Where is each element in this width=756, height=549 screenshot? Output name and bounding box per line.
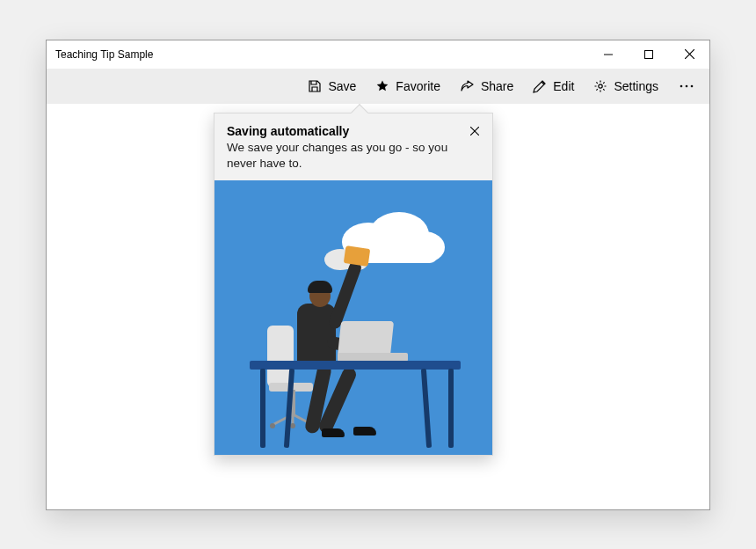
svg-point-1 (599, 84, 602, 87)
titlebar: Teaching Tip Sample (47, 40, 709, 69)
desk (250, 361, 461, 370)
more-button[interactable] (669, 79, 704, 93)
share-icon (460, 79, 475, 93)
teaching-tip-close-button[interactable] (466, 122, 483, 140)
teaching-tip: Saving automatically We save your change… (214, 113, 493, 456)
close-window-button[interactable] (669, 40, 709, 69)
more-icon (680, 84, 694, 88)
settings-label: Settings (614, 79, 658, 93)
close-icon (685, 49, 694, 59)
edit-button[interactable]: Edit (524, 74, 583, 99)
save-icon (308, 79, 322, 93)
teaching-tip-title: Saving automatically (227, 124, 480, 138)
save-label: Save (328, 79, 356, 93)
svg-point-2 (680, 84, 683, 87)
teaching-tip-header: Saving automatically We save your change… (214, 113, 492, 180)
minimize-icon (604, 50, 613, 59)
window-title: Teaching Tip Sample (55, 48, 588, 61)
svg-point-12 (290, 423, 295, 428)
minimize-button[interactable] (588, 40, 629, 69)
close-icon (470, 127, 479, 135)
maximize-icon (644, 50, 653, 59)
share-button[interactable]: Share (451, 74, 522, 99)
settings-button[interactable]: Settings (585, 74, 667, 99)
window-controls (588, 40, 709, 69)
svg-point-4 (691, 84, 694, 87)
share-label: Share (481, 79, 513, 93)
cloud-icon (320, 207, 452, 277)
svg-rect-0 (645, 50, 653, 58)
svg-point-3 (686, 84, 688, 87)
gear-icon (593, 79, 607, 93)
favorite-label: Favorite (396, 79, 440, 93)
star-icon (375, 79, 389, 93)
person-illustration (297, 304, 336, 365)
content-area: Saving automatically We save your change… (47, 104, 709, 509)
svg-point-11 (270, 423, 275, 428)
folder-icon (344, 245, 371, 267)
teaching-tip-hero-image (214, 180, 492, 455)
favorite-button[interactable]: Favorite (367, 74, 449, 99)
laptop (338, 321, 394, 356)
edit-label: Edit (553, 79, 574, 93)
toolbar: Save Favorite Share Edit Settings (47, 69, 709, 104)
maximize-button[interactable] (629, 40, 669, 69)
save-button[interactable]: Save (299, 74, 365, 99)
window: Teaching Tip Sample Save Favorite (46, 40, 710, 510)
pencil-icon (533, 79, 547, 93)
teaching-tip-subtitle: We save your changes as you go - so you … (227, 140, 480, 172)
